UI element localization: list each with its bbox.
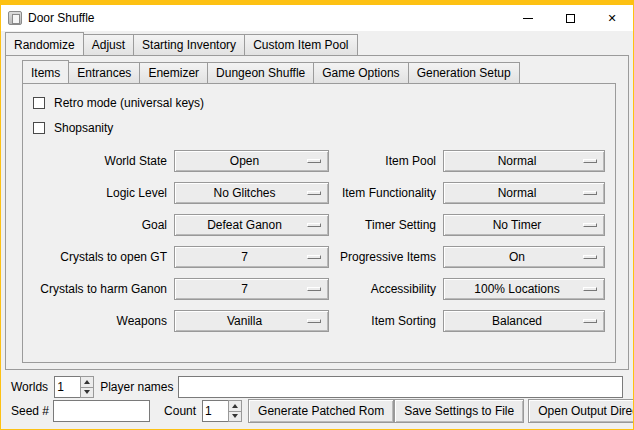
item-functionality-label: Item Functionality [334,186,438,200]
tab-dungeon-shuffle[interactable]: Dungeon Shuffle [207,62,314,83]
item-sorting-label: Item Sorting [334,314,438,328]
accessibility-label: Accessibility [334,282,438,296]
tab-starting-inventory[interactable]: Starting Inventory [133,34,245,55]
spin-down-button[interactable] [228,412,242,423]
dropdown-indicator-icon [307,319,321,323]
tab-custom-item-pool[interactable]: Custom Item Pool [244,34,357,55]
seed-row: Seed # Count Generate Patched Rom Save S… [11,399,623,423]
dropdown-indicator-icon [583,287,597,291]
worlds-spinbox[interactable] [54,376,94,398]
retro-mode-checkbox-row[interactable]: Retro mode (universal keys) [33,90,607,115]
retro-mode-checkbox[interactable] [33,97,45,109]
crystals-gt-label: Crystals to open GT [33,250,169,264]
dropdown-indicator-icon [583,255,597,259]
goal-dropdown[interactable]: Defeat Ganon [174,214,329,236]
seed-input[interactable] [53,400,150,422]
dropdown-indicator-icon [307,191,321,195]
spin-up-button[interactable] [80,376,94,388]
count-spin-buttons [228,400,242,422]
inner-tab-bar: Items Entrances Enemizer Dungeon Shuffle… [22,62,616,83]
close-button[interactable]: ✕ [591,5,633,31]
crystals-gt-value: 7 [241,250,262,264]
dropdown-indicator-icon [583,319,597,323]
count-spinbox[interactable] [202,400,242,422]
crystals-gt-dropdown[interactable]: 7 [174,246,329,268]
count-input[interactable] [202,400,228,422]
seed-label: Seed # [11,404,49,418]
worlds-label: Worlds [11,380,48,394]
window-content: Randomize Adjust Starting Inventory Cust… [1,31,633,429]
logic-level-dropdown[interactable]: No Glitches [174,182,329,204]
logic-level-value: No Glitches [213,186,289,200]
item-sorting-dropdown[interactable]: Balanced [443,310,605,332]
item-pool-label: Item Pool [334,154,438,168]
dropdown-indicator-icon [307,159,321,163]
tab-randomize[interactable]: Randomize [5,32,84,55]
outer-tab-bar: Randomize Adjust Starting Inventory Cust… [5,34,629,55]
shopsanity-label: Shopsanity [54,121,113,135]
tab-entrances[interactable]: Entrances [68,62,140,83]
timer-setting-dropdown[interactable]: No Timer [443,214,605,236]
timer-setting-value: No Timer [493,218,556,232]
crystals-ganon-dropdown[interactable]: 7 [174,278,329,300]
randomize-panel: Items Entrances Enemizer Dungeon Shuffle… [5,55,629,370]
goal-value: Defeat Ganon [207,218,296,232]
worlds-row: Worlds Player names [11,375,623,399]
minimize-button[interactable] [507,5,549,31]
tab-game-options[interactable]: Game Options [313,62,408,83]
crystals-ganon-value: 7 [241,282,262,296]
item-functionality-value: Normal [498,186,551,200]
open-output-directory-button[interactable]: Open Output Directory [528,399,634,423]
shopsanity-checkbox[interactable] [33,122,45,134]
arrow-down-icon [232,414,238,418]
bottom-bar: Worlds Player names Seed # Count [5,370,629,429]
world-state-label: World State [33,154,169,168]
accessibility-dropdown[interactable]: 100% Locations [443,278,605,300]
shopsanity-checkbox-row[interactable]: Shopsanity [33,115,607,140]
dropdown-indicator-icon [307,223,321,227]
dropdown-indicator-icon [583,159,597,163]
retro-mode-label: Retro mode (universal keys) [54,96,204,110]
window-controls: ✕ [507,5,633,31]
tab-enemizer[interactable]: Enemizer [139,62,208,83]
arrow-up-icon [84,380,90,384]
weapons-label: Weapons [33,314,169,328]
arrow-up-icon [232,404,238,408]
world-state-value: Open [230,154,273,168]
worlds-input[interactable] [54,376,80,398]
world-state-dropdown[interactable]: Open [174,150,329,172]
item-sorting-value: Balanced [492,314,556,328]
item-pool-value: Normal [498,154,551,168]
items-panel: Retro mode (universal keys) Shopsanity W… [22,83,616,363]
save-settings-button[interactable]: Save Settings to File [394,399,524,423]
maximize-button[interactable] [549,5,591,31]
app-window: Door Shuffle ✕ Randomize Adjust Starting… [0,0,634,430]
dropdown-indicator-icon [307,255,321,259]
logic-level-label: Logic Level [33,186,169,200]
item-pool-dropdown[interactable]: Normal [443,150,605,172]
progressive-items-dropdown[interactable]: On [443,246,605,268]
player-names-input[interactable] [178,376,624,398]
generate-patched-rom-button[interactable]: Generate Patched Rom [248,399,394,423]
spin-down-button[interactable] [80,388,94,399]
settings-notebook: Items Entrances Enemizer Dungeon Shuffle… [22,62,616,363]
dropdown-indicator-icon [583,223,597,227]
progressive-items-value: On [509,250,539,264]
minimize-icon [523,18,533,19]
spin-up-button[interactable] [228,400,242,412]
settings-grid: World State Open Item Pool Normal Logic … [33,150,607,332]
window-title: Door Shuffle [28,11,95,25]
tab-adjust[interactable]: Adjust [83,34,134,55]
goal-label: Goal [33,218,169,232]
tab-generation-setup[interactable]: Generation Setup [408,62,520,83]
weapons-dropdown[interactable]: Vanilla [174,310,329,332]
accessibility-value: 100% Locations [474,282,573,296]
item-functionality-dropdown[interactable]: Normal [443,182,605,204]
tab-items[interactable]: Items [22,60,69,83]
dropdown-indicator-icon [583,191,597,195]
arrow-down-icon [84,390,90,394]
crystals-ganon-label: Crystals to harm Ganon [33,282,169,296]
dropdown-indicator-icon [307,287,321,291]
progressive-items-label: Progressive Items [334,250,438,264]
app-icon [8,11,22,25]
